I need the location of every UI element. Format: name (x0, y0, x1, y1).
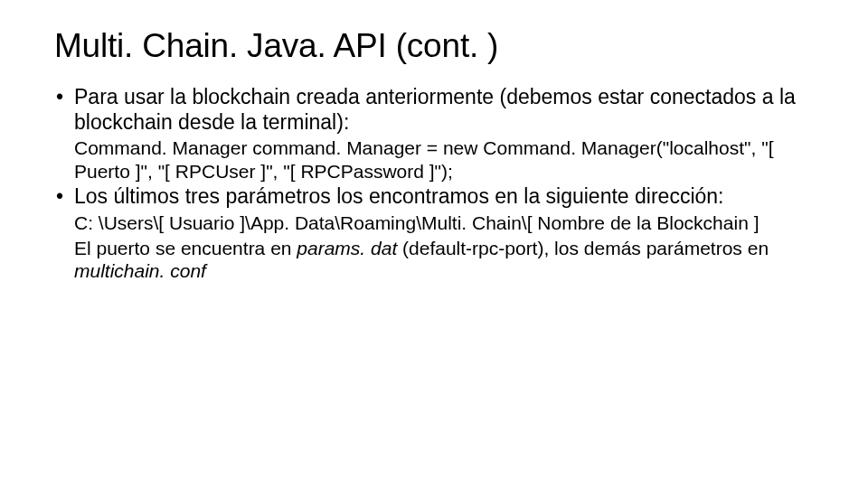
bullet-2: Los últimos tres parámetros los encontra… (54, 184, 814, 282)
bullet-2-explain-p1: El puerto se encuentra en (74, 238, 297, 258)
slide-title: Multi. Chain. Java. API (cont. ) (54, 27, 814, 65)
bullet-2-text: Los últimos tres parámetros los encontra… (74, 184, 723, 208)
slide: Multi. Chain. Java. API (cont. ) Para us… (0, 0, 868, 312)
bullet-2-explain: El puerto se encuentra en params. dat (d… (74, 237, 814, 283)
bullet-2-explain-i1: params. dat (297, 238, 397, 258)
bullet-2-explain-p2: (default-rpc-port), los demás parámetros… (397, 238, 769, 258)
bullet-2-path: C: \Users\[ Usuario ]\App. Data\Roaming\… (74, 211, 814, 235)
bullet-1: Para usar la blockchain creada anteriorm… (54, 85, 814, 183)
bullet-2-explain-i2: multichain. conf (74, 260, 206, 281)
slide-content: Para usar la blockchain creada anteriorm… (54, 85, 814, 283)
bullet-1-text: Para usar la blockchain creada anteriorm… (74, 85, 796, 134)
bullet-1-code: Command. Manager command. Manager = new … (74, 136, 814, 183)
